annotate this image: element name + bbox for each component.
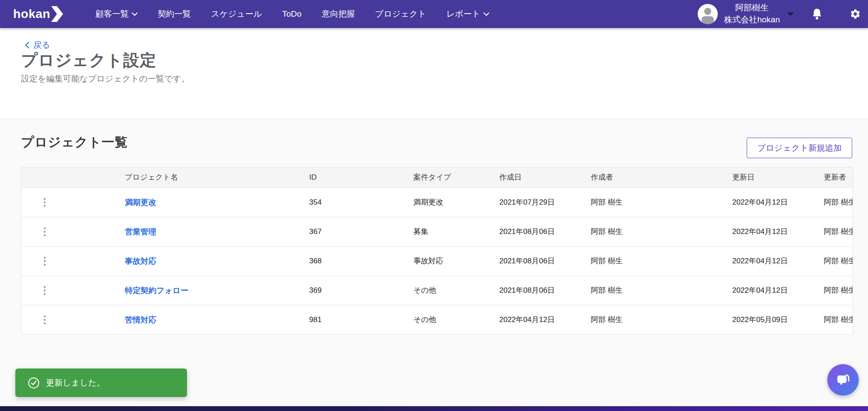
project-type: その他 bbox=[406, 276, 492, 305]
nav-item-label: 顧客一覧 bbox=[95, 8, 129, 20]
updated-date: 2022年04月12日 bbox=[725, 217, 817, 246]
column-header-project-name: プロジェクト名 bbox=[118, 167, 302, 188]
column-header-updater: 更新者 bbox=[817, 167, 853, 188]
column-header-id: ID bbox=[302, 167, 406, 188]
page-subtitle: 設定を編集可能なプロジェクトの一覧です。 bbox=[21, 73, 190, 85]
section-heading: プロジェクト一覧 bbox=[21, 134, 128, 151]
row-menu-button[interactable] bbox=[40, 311, 49, 329]
chat-widget-button[interactable] bbox=[827, 364, 859, 396]
created-date: 2021年08月06日 bbox=[492, 217, 584, 246]
column-header-menu bbox=[21, 167, 118, 188]
back-link-label: 戻る bbox=[33, 39, 50, 51]
logo-chevron-icon bbox=[51, 6, 63, 22]
nav-item-reports[interactable]: レポート bbox=[446, 8, 489, 20]
toast-message: 更新しました。 bbox=[46, 377, 105, 389]
chevron-down-icon bbox=[132, 12, 138, 16]
table-row: 特定契約フォロー 369 その他 2021年08月06日 阿部 樹生 2022年… bbox=[21, 276, 853, 305]
column-header-updated: 更新日 bbox=[725, 167, 817, 188]
chat-bubble-icon bbox=[834, 371, 852, 389]
nav-item-todo[interactable]: ToDo bbox=[282, 9, 301, 19]
updated-date: 2022年05月09日 bbox=[725, 305, 817, 334]
row-menu-button[interactable] bbox=[40, 223, 49, 241]
user-menu[interactable]: 阿部樹生 株式会社hokan bbox=[724, 2, 780, 25]
updated-date: 2022年04月12日 bbox=[725, 246, 817, 276]
row-menu-button[interactable] bbox=[40, 252, 49, 270]
check-circle-icon bbox=[28, 377, 40, 389]
row-menu-button[interactable] bbox=[40, 282, 49, 299]
project-name-link[interactable]: 事故対応 bbox=[125, 257, 156, 266]
project-id: 981 bbox=[302, 305, 406, 334]
project-name-link[interactable]: 特定契約フォロー bbox=[125, 286, 188, 295]
hokan-logo[interactable]: hokan bbox=[13, 0, 63, 28]
updated-date: 2022年04月12日 bbox=[725, 188, 817, 217]
avatar[interactable] bbox=[698, 4, 718, 24]
user-menu-caret-icon[interactable] bbox=[787, 12, 794, 16]
table-row: 事故対応 368 事故対応 2021年08月06日 阿部 樹生 2022年04月… bbox=[21, 246, 853, 276]
project-id: 369 bbox=[302, 276, 406, 305]
back-link[interactable]: 戻る bbox=[25, 39, 50, 51]
created-date: 2022年04月12日 bbox=[492, 305, 584, 334]
creator: 阿部 樹生 bbox=[584, 188, 725, 217]
table-header-row: プロジェクト名 ID 案件タイプ 作成日 作成者 更新日 更新者 bbox=[21, 167, 853, 188]
column-header-creator: 作成者 bbox=[584, 167, 725, 188]
project-type: 募集 bbox=[406, 217, 492, 246]
table-row: 苦情対応 981 その他 2022年04月12日 阿部 樹生 2022年05月0… bbox=[21, 305, 853, 334]
nav-item-customers[interactable]: 顧客一覧 bbox=[95, 8, 138, 20]
project-name-link[interactable]: 営業管理 bbox=[125, 227, 156, 236]
notifications-button[interactable] bbox=[812, 8, 822, 20]
updater: 阿部 樹生 bbox=[817, 246, 853, 276]
gear-icon bbox=[850, 8, 861, 20]
table-row: 営業管理 367 募集 2021年08月06日 阿部 樹生 2022年04月12… bbox=[21, 217, 853, 246]
nav-item-label: スケジュール bbox=[211, 8, 262, 20]
projects-table: プロジェクト名 ID 案件タイプ 作成日 作成者 更新日 更新者 満期更改 35… bbox=[21, 167, 853, 335]
nav-item-label: ToDo bbox=[282, 9, 301, 19]
nav-item-label: 契約一覧 bbox=[158, 8, 191, 20]
app-screen: hokan 顧客一覧 契約一覧 スケジュール ToDo 意向把握 bbox=[0, 0, 868, 411]
column-header-type: 案件タイプ bbox=[406, 167, 492, 188]
success-toast: 更新しました。 bbox=[15, 368, 187, 397]
user-company: 株式会社hokan bbox=[724, 14, 780, 26]
logo-text: hokan bbox=[13, 7, 50, 21]
project-id: 354 bbox=[302, 188, 406, 217]
updater: 阿部 樹生 bbox=[817, 305, 853, 334]
table-row: 満期更改 354 満期更改 2021年07月29日 阿部 樹生 2022年04月… bbox=[21, 188, 853, 217]
creator: 阿部 樹生 bbox=[584, 246, 725, 276]
updater: 阿部 樹生 bbox=[817, 217, 853, 246]
project-type: 事故対応 bbox=[406, 246, 492, 276]
updater: 阿部 樹生 bbox=[817, 188, 853, 217]
creator: 阿部 樹生 bbox=[584, 276, 725, 305]
updater: 阿部 樹生 bbox=[817, 276, 853, 305]
project-type: その他 bbox=[406, 305, 492, 334]
created-date: 2021年08月06日 bbox=[492, 276, 584, 305]
row-menu-button[interactable] bbox=[40, 194, 49, 211]
created-date: 2021年07月29日 bbox=[492, 188, 584, 217]
main-nav: 顧客一覧 契約一覧 スケジュール ToDo 意向把握 プロジェクト レポート bbox=[95, 0, 489, 28]
project-type: 満期更改 bbox=[406, 188, 492, 217]
chevron-left-icon bbox=[25, 42, 29, 49]
updated-date: 2022年04月12日 bbox=[725, 276, 817, 305]
nav-item-schedule[interactable]: スケジュール bbox=[211, 8, 262, 20]
nav-item-label: プロジェクト bbox=[375, 8, 427, 20]
column-header-created: 作成日 bbox=[492, 167, 584, 188]
add-project-button[interactable]: プロジェクト新規追加 bbox=[747, 138, 852, 158]
navbar-right-cluster: 阿部樹生 株式会社hokan bbox=[698, 0, 861, 28]
nav-item-contracts[interactable]: 契約一覧 bbox=[158, 8, 191, 20]
nav-item-label: 意向把握 bbox=[322, 8, 355, 20]
nav-item-intent[interactable]: 意向把握 bbox=[322, 8, 355, 20]
creator: 阿部 樹生 bbox=[584, 217, 725, 246]
project-name-link[interactable]: 満期更改 bbox=[125, 198, 156, 207]
nav-item-projects[interactable]: プロジェクト bbox=[375, 8, 427, 20]
chevron-down-icon bbox=[483, 12, 489, 16]
nav-item-label: レポート bbox=[446, 8, 480, 20]
main-content: プロジェクト一覧 プロジェクト新規追加 プロジェクト名 ID 案件タイプ 作成日… bbox=[0, 119, 868, 411]
person-icon bbox=[698, 4, 718, 24]
settings-button[interactable] bbox=[850, 8, 861, 20]
bell-icon bbox=[812, 8, 822, 20]
page-title: プロジェクト設定 bbox=[21, 50, 156, 71]
project-id: 368 bbox=[302, 246, 406, 276]
bottom-edge-bar bbox=[0, 406, 868, 411]
top-navbar: hokan 顧客一覧 契約一覧 スケジュール ToDo 意向把握 bbox=[0, 0, 868, 28]
project-name-link[interactable]: 苦情対応 bbox=[125, 315, 156, 324]
created-date: 2021年08月06日 bbox=[492, 246, 584, 276]
user-name: 阿部樹生 bbox=[724, 2, 780, 14]
